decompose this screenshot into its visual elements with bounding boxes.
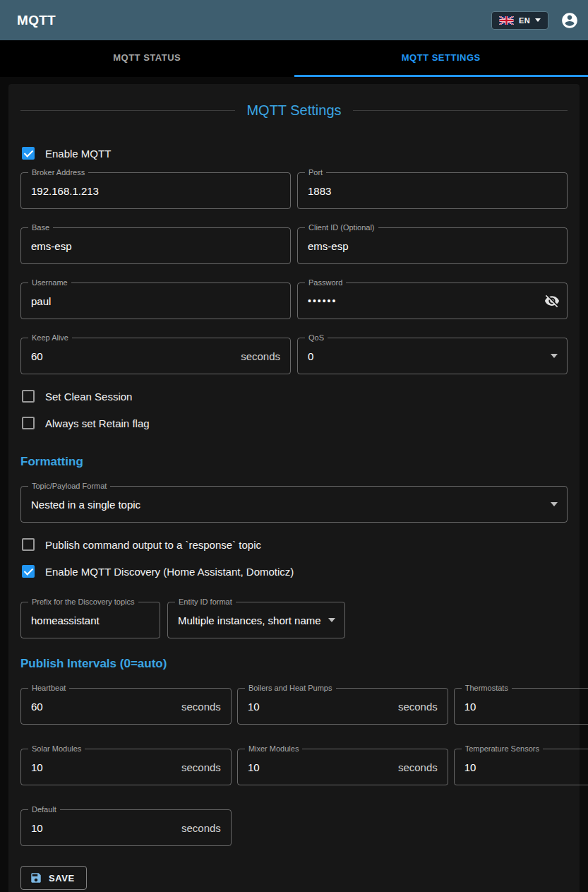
username-field[interactable]: Username (20, 283, 291, 319)
password-field[interactable]: Password (297, 283, 568, 319)
interval-solar-label: Solar Modules (28, 744, 85, 754)
topic-format-label: Topic/Payload Format (28, 482, 110, 491)
save-button[interactable]: SAVE (20, 866, 87, 890)
interval-heartbeat-input[interactable] (21, 701, 181, 713)
interval-boilers-label: Boilers and Heat Pumps (245, 684, 336, 693)
divider-line (353, 110, 568, 111)
qos-label: QoS (305, 333, 328, 343)
port-label: Port (305, 168, 326, 177)
dropdown-arrow-icon (551, 502, 558, 506)
dropdown-arrow-icon (551, 354, 558, 358)
entity-id-format-label: Entity ID format (175, 597, 236, 607)
seconds-suffix: seconds (181, 822, 231, 834)
discovery-prefix-input[interactable] (21, 614, 160, 626)
interval-boilers-input[interactable] (238, 701, 398, 713)
clean-session-checkbox[interactable] (22, 390, 35, 403)
interval-thermostats-input[interactable] (455, 701, 588, 713)
base-field[interactable]: Base (20, 227, 291, 264)
app-bar: MQTT EN (0, 0, 588, 40)
keep-alive-suffix: seconds (241, 350, 290, 362)
account-icon[interactable] (560, 11, 580, 30)
interval-mixer-field[interactable]: Mixer Modules seconds (237, 749, 448, 785)
entity-id-format-value: Multiple instances, short name (168, 614, 328, 626)
discovery-prefix-field[interactable]: Prefix for the Discovery topics (20, 602, 160, 638)
dropdown-arrow-icon (328, 618, 335, 622)
interval-mixer-label: Mixer Modules (245, 744, 303, 754)
tab-mqtt-status[interactable]: MQTT STATUS (0, 40, 294, 77)
app-bar-actions: EN (491, 11, 580, 30)
client-id-field[interactable]: Client ID (Optional) (297, 227, 568, 264)
interval-thermostats-label: Thermostats (462, 684, 512, 693)
interval-mixer-input[interactable] (238, 761, 398, 773)
page-title: MQTT Settings (246, 102, 341, 119)
discovery-fields-row: Prefix for the Discovery topics Entity I… (20, 602, 568, 638)
discovery-checkbox[interactable] (22, 565, 35, 578)
section-header: MQTT Settings (20, 102, 568, 119)
qos-select[interactable]: QoS 0 (297, 338, 568, 374)
port-field[interactable]: Port (297, 172, 568, 209)
password-input[interactable] (298, 295, 544, 307)
base-label: Base (28, 223, 53, 232)
interval-temperature-label: Temperature Sensors (462, 744, 543, 754)
interval-default-input[interactable] (21, 822, 181, 834)
enable-mqtt-label: Enable MQTT (45, 148, 111, 160)
divider-line (20, 110, 235, 111)
username-label: Username (28, 278, 71, 287)
settings-card: MQTT Settings Enable MQTT Broker Address… (8, 84, 580, 892)
retain-flag-checkbox-row[interactable]: Always set Retain flag (20, 410, 568, 436)
interval-temperature-input[interactable] (455, 761, 588, 773)
keep-alive-label: Keep Alive (28, 333, 72, 343)
retain-flag-label: Always set Retain flag (45, 417, 150, 429)
response-topic-label: Publish command output to a `response` t… (45, 539, 261, 551)
response-topic-checkbox-row[interactable]: Publish command output to a `response` t… (20, 531, 568, 558)
seconds-suffix: seconds (181, 701, 231, 713)
clean-session-checkbox-row[interactable]: Set Clean Session (20, 383, 568, 410)
keep-alive-input[interactable] (21, 350, 241, 362)
chevron-down-icon (535, 18, 541, 22)
port-input[interactable] (298, 185, 567, 197)
interval-thermostats-field[interactable]: Thermostats seconds (454, 688, 588, 725)
client-id-label: Client ID (Optional) (305, 223, 378, 232)
formatting-heading: Formatting (20, 455, 568, 469)
interval-boilers-field[interactable]: Boilers and Heat Pumps seconds (237, 688, 448, 725)
discovery-label: Enable MQTT Discovery (Home Assistant, D… (45, 566, 294, 578)
interval-heartbeat-field[interactable]: Heartbeat seconds (20, 688, 232, 725)
clean-session-label: Set Clean Session (45, 391, 132, 403)
tab-mqtt-settings[interactable]: MQTT SETTINGS (294, 40, 588, 77)
interval-default-field[interactable]: Default seconds (20, 809, 232, 846)
enable-mqtt-checkbox[interactable] (22, 147, 35, 160)
discovery-prefix-label: Prefix for the Discovery topics (28, 597, 138, 607)
connection-fields-grid: Broker Address Port Base Client ID (Opti… (20, 172, 568, 374)
language-label: EN (519, 16, 530, 25)
save-icon (30, 872, 42, 884)
interval-solar-input[interactable] (21, 761, 181, 773)
tab-bar: MQTT STATUS MQTT SETTINGS (0, 40, 588, 77)
username-input[interactable] (21, 295, 290, 307)
interval-default-label: Default (28, 805, 60, 814)
enable-mqtt-checkbox-row[interactable]: Enable MQTT (20, 140, 568, 167)
password-label: Password (305, 278, 346, 287)
interval-heartbeat-label: Heartbeat (28, 684, 69, 693)
retain-flag-checkbox[interactable] (22, 417, 35, 429)
seconds-suffix: seconds (398, 701, 448, 713)
keep-alive-field[interactable]: Keep Alive seconds (20, 338, 291, 374)
broker-address-field[interactable]: Broker Address (20, 172, 291, 209)
interval-temperature-field[interactable]: Temperature Sensors seconds (454, 749, 588, 785)
interval-solar-field[interactable]: Solar Modules seconds (20, 749, 232, 785)
topic-format-value: Nested in a single topic (21, 499, 551, 511)
app-title: MQTT (17, 13, 56, 28)
broker-address-input[interactable] (21, 185, 290, 197)
formatting-checkboxes: Publish command output to a `response` t… (20, 531, 568, 585)
seconds-suffix: seconds (398, 761, 448, 773)
visibility-off-icon[interactable] (544, 293, 560, 309)
publish-intervals-heading: Publish Intervals (0=auto) (20, 657, 568, 671)
entity-id-format-select[interactable]: Entity ID format Multiple instances, sho… (167, 602, 345, 638)
language-selector[interactable]: EN (491, 11, 548, 30)
mqtt-settings-screen: MQTT EN (0, 0, 588, 892)
uk-flag-icon (499, 16, 514, 25)
discovery-checkbox-row[interactable]: Enable MQTT Discovery (Home Assistant, D… (20, 558, 568, 585)
topic-format-select[interactable]: Topic/Payload Format Nested in a single … (20, 486, 568, 523)
response-topic-checkbox[interactable] (22, 538, 35, 551)
client-id-input[interactable] (298, 240, 567, 252)
base-input[interactable] (21, 240, 290, 252)
